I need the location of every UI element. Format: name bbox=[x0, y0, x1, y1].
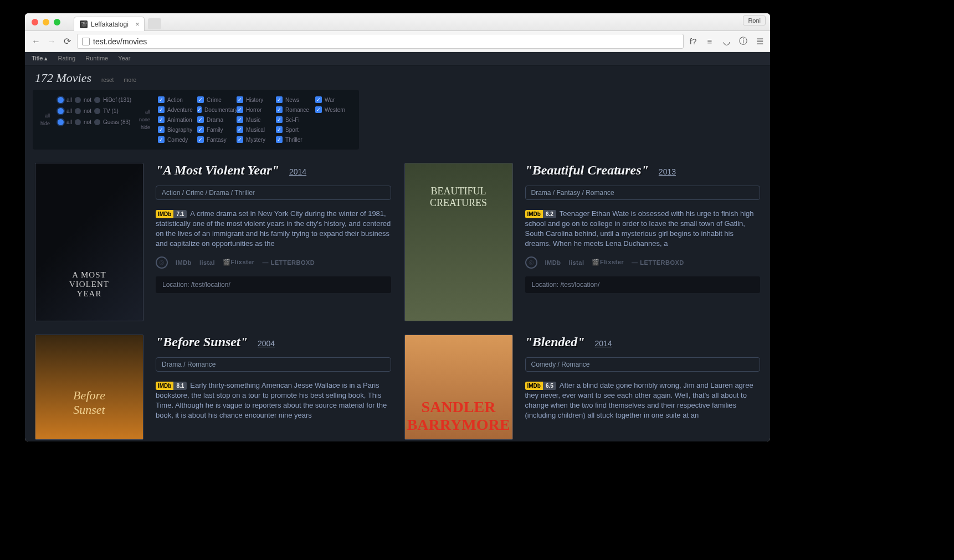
link-listal[interactable]: listal bbox=[568, 259, 584, 266]
genre-checkbox[interactable]: ✓ bbox=[197, 136, 204, 143]
genre-cell: ✓Western bbox=[315, 105, 351, 114]
genre-cell: ✓Comedy bbox=[158, 135, 194, 144]
close-window-button[interactable] bbox=[32, 19, 38, 25]
movie-details: "Blended"2014Comedy / RomanceIMDb6.5Afte… bbox=[525, 335, 761, 440]
movie-genres[interactable]: Drama / Romance bbox=[156, 357, 391, 372]
genre-checkbox[interactable]: ✓ bbox=[237, 96, 243, 103]
sort-runtime[interactable]: Runtime bbox=[85, 55, 108, 62]
sort-title[interactable]: Title ▴ bbox=[32, 55, 48, 62]
link-imdb[interactable]: IMDb bbox=[176, 259, 192, 266]
movie-links: ◎IMDblistal🎬Flixster— LETTERBOXD bbox=[156, 256, 391, 269]
genre-checkbox[interactable]: ✓ bbox=[158, 136, 165, 143]
new-tab-button[interactable] bbox=[148, 18, 161, 29]
radio-all[interactable] bbox=[58, 108, 64, 114]
genre-label: Animation bbox=[167, 117, 192, 123]
genre-checkbox[interactable]: ✓ bbox=[276, 106, 283, 113]
genre-checkbox[interactable]: ✓ bbox=[276, 116, 283, 123]
imdb-badge[interactable]: IMDb8.1 bbox=[156, 382, 187, 391]
genre-checkbox[interactable]: ✓ bbox=[158, 96, 165, 103]
genre-checkbox[interactable]: ✓ bbox=[315, 96, 322, 103]
radio-hide[interactable] bbox=[94, 119, 100, 125]
genre-checkbox[interactable]: ✓ bbox=[158, 106, 165, 113]
radio-not[interactable] bbox=[75, 97, 81, 103]
ext-icon-stack[interactable]: ≡ bbox=[705, 37, 715, 46]
link-flixster[interactable]: 🎬Flixster bbox=[223, 259, 255, 266]
minimize-window-button[interactable] bbox=[43, 19, 49, 25]
ext-icon-info[interactable]: ⓘ bbox=[738, 36, 748, 47]
ext-icon-fq[interactable]: f? bbox=[688, 37, 698, 46]
radio-all[interactable] bbox=[58, 97, 64, 103]
ext-icon-pocket[interactable]: ◡ bbox=[721, 37, 731, 47]
imdb-badge[interactable]: IMDb7.1 bbox=[156, 210, 187, 219]
movie-genres[interactable]: Drama / Fantasy / Romance bbox=[525, 186, 761, 200]
genre-cell: ✓Animation bbox=[158, 115, 194, 124]
back-button[interactable]: ← bbox=[30, 36, 42, 47]
forward-button[interactable]: → bbox=[46, 36, 57, 47]
genre-checkbox[interactable]: ✓ bbox=[237, 126, 243, 133]
imdb-badge[interactable]: IMDb6.5 bbox=[525, 382, 556, 391]
genre-checkbox[interactable]: ✓ bbox=[315, 106, 322, 113]
address-bar[interactable]: test.dev/movies bbox=[77, 34, 684, 49]
genre-checkbox[interactable]: ✓ bbox=[197, 126, 204, 133]
genre-checkbox[interactable]: ✓ bbox=[237, 116, 243, 123]
sort-year[interactable]: Year bbox=[118, 55, 130, 62]
genre-checkbox[interactable]: ✓ bbox=[237, 136, 243, 143]
genre-cell: ✓Action bbox=[158, 95, 194, 104]
tab-title: Leffakatalogi bbox=[91, 20, 129, 28]
browser-tab[interactable]: 🎬 Leffakatalogi × bbox=[74, 17, 145, 31]
genre-label: Fantasy bbox=[207, 137, 227, 143]
close-tab-button[interactable]: × bbox=[135, 20, 140, 28]
movie-year[interactable]: 2014 bbox=[594, 339, 612, 348]
genre-label: Family bbox=[207, 127, 223, 133]
radio-hide[interactable] bbox=[94, 108, 100, 114]
genre-checkbox[interactable]: ✓ bbox=[237, 106, 243, 113]
genre-label: Action bbox=[167, 97, 183, 103]
link-circle-icon[interactable]: ◎ bbox=[525, 256, 537, 269]
movie-title[interactable]: "Beautiful Creatures" bbox=[525, 163, 649, 178]
movie-year[interactable]: 2004 bbox=[258, 339, 275, 348]
more-link[interactable]: more bbox=[124, 77, 136, 83]
link-imdb[interactable]: IMDb bbox=[545, 259, 561, 266]
genre-checkbox[interactable]: ✓ bbox=[276, 136, 283, 143]
genre-checkbox[interactable]: ✓ bbox=[276, 96, 283, 103]
reload-button[interactable]: ⟳ bbox=[61, 36, 73, 47]
link-letterboxd[interactable]: — LETTERBOXD bbox=[263, 259, 315, 266]
radio-hide[interactable] bbox=[94, 97, 100, 103]
movie-location: Location: /test/location/ bbox=[525, 276, 761, 293]
sort-rating[interactable]: Rating bbox=[58, 55, 75, 62]
movie-poster[interactable]: BEAUTIFULCREATURES bbox=[404, 163, 513, 321]
genre-checkbox[interactable]: ✓ bbox=[197, 106, 202, 113]
imdb-badge[interactable]: IMDb6.2 bbox=[525, 210, 556, 219]
genre-checkbox[interactable]: ✓ bbox=[276, 126, 283, 133]
movie-title[interactable]: "Blended" bbox=[525, 335, 585, 350]
radio-not[interactable] bbox=[75, 119, 81, 125]
movie-genres[interactable]: Action / Crime / Drama / Thriller bbox=[156, 186, 391, 200]
sort-bar: Title ▴ Rating Runtime Year bbox=[25, 52, 770, 65]
genre-checkbox[interactable]: ✓ bbox=[197, 116, 204, 123]
movie-card: A MOSTVIOLENTYEAR"A Most Violent Year"20… bbox=[35, 163, 391, 321]
link-circle-icon[interactable]: ◎ bbox=[156, 256, 168, 269]
reset-link[interactable]: reset bbox=[101, 77, 114, 83]
genre-checkbox[interactable]: ✓ bbox=[158, 116, 165, 123]
radio-not[interactable] bbox=[75, 108, 81, 114]
movie-title[interactable]: "A Most Violent Year" bbox=[156, 163, 279, 178]
genre-cell: ✓Adventure bbox=[158, 105, 194, 114]
movie-year[interactable]: 2013 bbox=[659, 167, 676, 176]
movie-poster[interactable]: BeforeSunset bbox=[35, 335, 143, 440]
maximize-window-button[interactable] bbox=[54, 19, 60, 25]
genre-checkbox[interactable]: ✓ bbox=[158, 126, 165, 133]
movie-title[interactable]: "Before Sunset" bbox=[156, 335, 248, 350]
movie-genres[interactable]: Comedy / Romance bbox=[525, 357, 761, 372]
link-listal[interactable]: listal bbox=[199, 259, 215, 266]
genre-label: Music bbox=[246, 117, 260, 123]
link-letterboxd[interactable]: — LETTERBOXD bbox=[632, 259, 684, 266]
browser-window: 🎬 Leffakatalogi × Roni ← → ⟳ test.dev/mo… bbox=[25, 13, 770, 441]
movie-year[interactable]: 2014 bbox=[289, 167, 306, 176]
genre-checkbox[interactable]: ✓ bbox=[197, 96, 204, 103]
movie-poster[interactable]: SANDLERBARRYMORE bbox=[404, 335, 513, 440]
link-flixster[interactable]: 🎬Flixster bbox=[592, 259, 624, 266]
menu-button[interactable]: ☰ bbox=[755, 37, 765, 47]
movie-poster[interactable]: A MOSTVIOLENTYEAR bbox=[35, 163, 143, 321]
radio-all[interactable] bbox=[58, 119, 64, 125]
profile-badge[interactable]: Roni bbox=[743, 16, 766, 25]
